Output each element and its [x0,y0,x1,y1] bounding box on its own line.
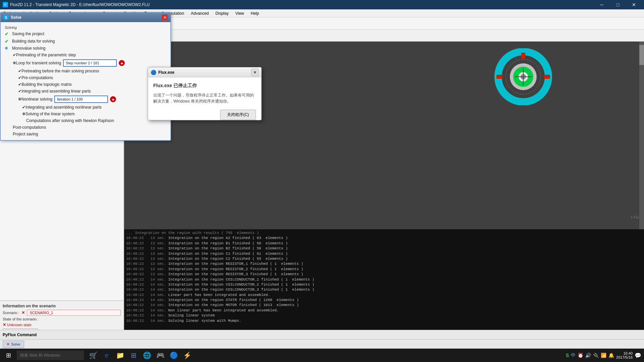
solve-dialog: S Solve ✕ Solving ✔ Saving the project ✔… [0,12,171,141]
log-line-16: 16:40:22 14 sec. Scaling linear system [126,313,642,318]
solve-label-nonlinear-assemble: Integrating and assembling nonlinear par… [25,105,102,110]
taskbar-app-game[interactable]: 🎮 [154,349,166,361]
taskbar-app-misc[interactable]: ⚡ [181,349,193,361]
solve-item-monovalue: ✻ Monovalue solving [3,45,168,52]
taskbar-app-explorer[interactable]: 📁 [114,349,126,361]
error-description: 出现了一个问题，导致程序停止正常工作。如果有可用的解决方案，Windows 将关… [153,92,256,104]
taskbar-app-chrome[interactable]: 🔵 [168,349,180,361]
solve-item-postcomp: Post-computations [3,124,168,131]
solve-label-pretreating-param: Pretreating of the parametric step [16,53,76,57]
maximize-button[interactable]: □ [610,0,625,9]
solve-label-pretreating-main: Pretreating before the main solving proc… [21,69,99,73]
title-bar: F Flux2D 11.2 - Transient Magnetic 2D - … [0,0,644,9]
solve-tab-label: Solve [11,342,20,346]
solve-item-nonlinear: ✻ Nonlinear solving Iteration 1 / 100 ■ [3,95,168,104]
solve-item-linear-system: ✻ Solving of the linear system [3,111,168,117]
taskbar-apps: 🛒 e 📁 ⊞ 🌐 🎮 🔵 ⚡ [84,349,197,361]
log-line-13: 16:40:22 14 sec. Integration on the regi… [126,298,642,303]
stop-btn-nonlinear[interactable]: ■ [110,96,116,102]
taskbar-clock: 16:40 2017/5/16 [616,351,633,359]
log-line-9: 16:40:22 14 sec. Integration on the regi… [126,277,642,282]
log-output[interactable]: ... Integration on the region with resul… [124,229,644,330]
state-value-text: Unknown state [7,323,32,327]
pyflux-bar: PyFlux Command [0,330,644,339]
scenario-label: Scenario : [3,311,19,315]
solve-label-precomp: Pre-computations [21,75,53,80]
log-line-3: 16:40:22 13 sec. Integration on the regi… [126,246,642,251]
solve-label-newton: Computations after solving with Newton R… [26,118,114,123]
menu-view[interactable]: View [232,9,248,17]
stop-btn-transient[interactable]: ■ [119,60,125,66]
solve-label-postcomp: Post-computations [13,125,46,130]
tray-icon-4: 🔊 [585,353,591,358]
solve-label-building: Building data for solving [12,39,166,44]
solve-item-loop-transient: ✻ Loop for transient solving Step number… [3,58,168,68]
clock-date: 2017/5/16 [616,355,633,359]
solve-dialog-close-btn[interactable]: ✕ [162,14,168,20]
progress-transient: Step number 2 / 181 [63,59,117,67]
error-close-program-btn[interactable]: 关闭程序(C) [220,110,256,120]
log-line-5: 16:40:22 13 sec. Integration on the regi… [126,256,642,261]
taskbar: ⊞ 🛒 e 📁 ⊞ 🌐 🎮 🔵 ⚡ S 中 ⏰ 🔊 🔌 📶 🔔 16:40 20… [0,349,644,362]
solve-label-topo: Building the topologic matrix [21,82,72,87]
motor-svg [493,48,553,105]
taskbar-app-store[interactable]: 🛒 [87,349,99,361]
log-line-14: 16:40:22 14 sec. Integration on the regi… [126,303,642,308]
menu-help[interactable]: Help [248,9,263,17]
solve-dialog-titlebar: S Solve ✕ [1,13,170,22]
solve-item-linear: ✔ Integrating and assembling linear part… [3,88,168,95]
solve-label-saving: Saving the project [12,32,166,36]
error-dialog-body: Flux.exe 已停止工作 出现了一个问题，导致程序停止正常工作。如果有可用的… [148,77,261,115]
tray-icon-6: 📶 [601,353,606,358]
solve-item-project-saving: Project saving [3,131,168,137]
start-button[interactable]: ⊞ [0,349,17,362]
solve-item-nonlinear-assemble: ✔ Integrating and assembling nonlinear p… [3,104,168,111]
taskbar-app-win[interactable]: ⊞ [127,349,140,361]
svg-rect-6 [544,75,550,79]
taskbar-app-edge[interactable]: e [101,349,113,361]
unknown-state-display: ✕ Unknown state [3,322,121,327]
svg-rect-7 [521,53,525,59]
check-icon-precomp: ✔ [18,75,21,80]
log-line-10: 16:40:22 14 sec. Integration on the regi… [126,282,642,287]
solve-tab-error-icon: ✕ [6,342,10,347]
log-line-11: 16:40:22 14 sec. Integration on the regi… [126,287,642,292]
error-title-text: Flux.exe 已停止工作 [153,83,256,89]
pyflux-label: PyFlux Command [3,333,37,337]
scrollbar-thumb[interactable] [639,45,644,65]
error-dialog-titlebar: 🔵 Flux.exe ✕ [148,67,261,77]
vertical-scrollbar[interactable] [639,42,644,229]
scenario-value: SCENARIO_1 [27,310,121,316]
system-tray: S 中 ⏰ 🔊 🔌 📶 🔔 16:40 2017/5/16 💬 [563,351,644,359]
clock-time: 16:40 [616,351,633,355]
solve-label-project-saving: Project saving [13,132,38,136]
menu-advanced[interactable]: Advanced [187,9,212,17]
solve-status-tab[interactable]: ✕ Solve [3,341,24,348]
state-label: State of the scenario : [3,317,39,321]
solve-item-pretreating-main: ✔ Pretreating before the main solving pr… [3,68,168,74]
spin-icon-nonlinear: ✻ [18,97,21,102]
log-line-8: 16:40:22 13 sec. Integration on the regi… [126,272,642,277]
solve-item-newton: Computations after solving with Newton R… [3,117,168,124]
scenario-row: Scenario : ✕ SCENARIO_1 [3,310,121,316]
menu-display[interactable]: Display [212,9,232,17]
solve-label-linear: Integrating and assembling linear parts [21,89,91,94]
log-intro: ... Integration on the region with resul… [126,231,642,236]
log-line-2: 16:40:22 13 sec. Integration on the regi… [126,241,642,246]
info-section-title: Information on the scenario [3,304,121,308]
check-icon-nonlinear-assemble: ✔ [22,105,25,110]
error-dialog-title-text: Flux.exe [158,70,174,75]
taskbar-search[interactable] [17,351,84,360]
error-close-button[interactable]: ✕ [251,69,259,76]
solve-label-nonlinear: Nonlinear solving [21,97,52,102]
spin-icon-loop: ✻ [13,61,16,65]
window-title: Flux2D 11.2 - Transient Magnetic 2D - E:… [10,2,594,7]
spin-icon-linear-system: ✻ [22,112,25,116]
solve-section-label: Solving [3,25,168,30]
solve-item-precomp: ✔ Pre-computations [3,74,168,81]
minimize-button[interactable]: ─ [594,0,609,9]
tray-notification[interactable]: 💬 [635,352,641,359]
log-line-15: 16:40:22 14 sec. Non linear part has bee… [126,308,642,313]
taskbar-app-ie[interactable]: 🌐 [141,349,153,361]
close-button[interactable]: ✕ [627,0,641,9]
